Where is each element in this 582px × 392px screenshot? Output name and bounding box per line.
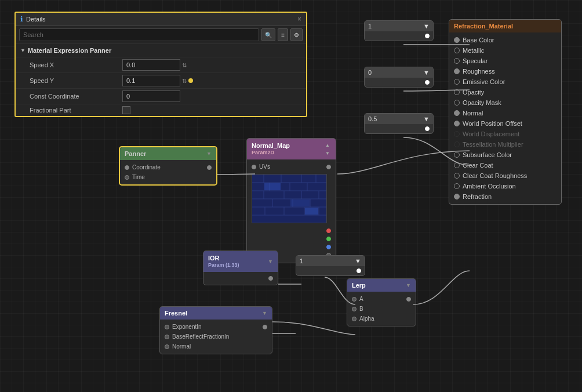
fresnel-body: ExponentIn BaseReflectFractionIn Normal: [160, 320, 272, 354]
coordinate-label: Coordinate: [132, 164, 161, 170]
fractional-checkbox[interactable]: [122, 106, 130, 114]
lerp-a-label: A: [359, 296, 363, 302]
time-label: Time: [132, 174, 145, 180]
lerp-alpha-dot: [352, 317, 357, 321]
fractional-value: [122, 106, 301, 114]
opacity-mask-label: Opacity Mask: [463, 99, 501, 106]
svg-rect-26: [305, 208, 318, 215]
texture-svg: [252, 175, 327, 223]
panner-node: Panner ▼ Coordinate Time: [119, 146, 217, 186]
base-color-pin-dot: [454, 37, 460, 43]
speed-y-input[interactable]: [122, 75, 180, 86]
details-panel: ℹ Details × 🔍 ≡ ⚙ Material Expression Pa…: [14, 12, 307, 117]
fresnel-basereflect-label: BaseReflectFractionIn: [172, 333, 229, 340]
lerp-dropdown-icon[interactable]: ▼: [406, 282, 411, 288]
opacity-label: Opacity: [463, 89, 484, 96]
const1-value-text: 1: [368, 23, 372, 30]
const-coord-value: [122, 90, 301, 102]
const1-small-value: 1: [300, 257, 303, 264]
close-button[interactable]: ×: [297, 15, 301, 23]
fresnel-exponent-pin: ExponentIn: [160, 322, 272, 332]
normal-map-scroll-down[interactable]: ▼: [324, 150, 331, 157]
property-speed-y: Speed Y ⇅: [16, 72, 306, 88]
lerp-b-pin: B: [347, 304, 416, 314]
search-input[interactable]: [19, 28, 259, 41]
material-pin-emissive: Emissive Color: [449, 77, 561, 87]
property-const-coord: Const Coordinate: [16, 88, 306, 104]
settings-button[interactable]: ⚙: [290, 28, 303, 41]
ior-header: IOR Param (1.33) ▼: [203, 251, 278, 272]
normal-map-subtitle: Param2D: [252, 150, 290, 157]
lerp-b-dot: [352, 307, 357, 311]
fresnel-exponent-dot: [165, 325, 169, 329]
panner-dropdown-icon[interactable]: ▼: [206, 151, 212, 157]
details-toolbar: 🔍 ≡ ⚙: [16, 26, 306, 44]
fresnel-node: Fresnel ▼ ExponentIn BaseReflectFraction…: [159, 306, 272, 354]
emissive-pin-dot: [454, 79, 460, 85]
ior-output-pin: [203, 274, 278, 282]
fractional-label: Fractional Part: [30, 107, 122, 114]
fresnel-basereflect-pin: BaseReflectFractionIn: [160, 332, 272, 342]
tess-pin-dot: [454, 141, 460, 147]
speed-x-value: ⇅: [122, 59, 301, 71]
info-icon: ℹ: [20, 15, 23, 23]
lerp-body: A B Alpha: [347, 292, 416, 326]
fresnel-exponent-out: [263, 325, 267, 329]
const-coord-label: Const Coordinate: [30, 93, 122, 100]
search-button[interactable]: 🔍: [261, 28, 275, 41]
metallic-label: Metallic: [463, 47, 484, 54]
normal-pin-dot: [454, 110, 460, 116]
fresnel-header: Fresnel ▼: [160, 307, 272, 320]
coordinate-pin-dot: [125, 165, 129, 170]
const-coord-input[interactable]: [122, 90, 180, 102]
tex-out-b: [322, 243, 336, 251]
speed-x-label: Speed X: [30, 61, 122, 68]
speed-x-input[interactable]: [122, 59, 180, 71]
view-toggle-button[interactable]: ≡: [278, 28, 288, 41]
const1-small-out-dot: [357, 268, 361, 273]
opacity-mask-pin-dot: [454, 100, 460, 106]
normal-map-scroll-up[interactable]: ▲: [324, 141, 331, 148]
ior-out-dot: [268, 276, 273, 281]
lerp-title: Lerp: [352, 282, 366, 289]
lerp-header: Lerp ▼: [347, 279, 416, 292]
panner-time-pin: Time: [120, 172, 216, 182]
const0-dropdown-icon[interactable]: ▼: [423, 69, 430, 76]
property-fractional: Fractional Part: [16, 104, 306, 116]
const0-out-dot: [425, 80, 430, 85]
const05-output: [365, 124, 433, 133]
opacity-pin-dot: [454, 89, 460, 95]
const05-dropdown-icon[interactable]: ▼: [423, 115, 430, 122]
panner-coordinate-pin: Coordinate: [120, 162, 216, 172]
refraction-label: Refraction: [463, 193, 492, 200]
const05-value-text: 0.5: [368, 115, 377, 122]
property-speed-x: Speed X ⇅: [16, 57, 306, 72]
const1-node: 1 ▼: [364, 20, 434, 41]
fresnel-dropdown-icon[interactable]: ▼: [262, 310, 267, 316]
specular-pin-dot: [454, 58, 460, 64]
wd-pin-dot: [454, 131, 460, 137]
ior-subtitle: Param (1.33): [208, 262, 239, 269]
tex-out-r: [322, 227, 336, 235]
material-pin-subsurface: Subsurface Color: [449, 150, 561, 160]
fresnel-normal-dot: [165, 344, 169, 349]
const1-small-dropdown[interactable]: ▼: [355, 257, 361, 264]
const05-node: 0.5 ▼: [364, 113, 434, 134]
tess-label: Tessellation Multiplier: [463, 141, 523, 148]
ior-dropdown-icon[interactable]: ▼: [268, 259, 273, 264]
normal-map-title: Normal_Map: [252, 141, 290, 150]
speed-y-value: ⇅: [122, 75, 301, 86]
section-header: Material Expression Panner: [16, 44, 306, 57]
clear-coat-pin-dot: [454, 162, 460, 168]
material-node: Refraction_Material Base Color Metallic …: [449, 19, 562, 205]
base-color-label: Base Color: [463, 37, 494, 43]
lerp-a-pin: A: [347, 294, 416, 304]
material-pin-ao: Ambient Occlusion: [449, 181, 561, 191]
const1-small-header: 1 ▼: [296, 256, 365, 266]
normal-label: Normal: [463, 110, 483, 117]
panner-title: Panner: [125, 150, 146, 157]
const1-dropdown-icon[interactable]: ▼: [423, 23, 430, 30]
normal-map-header: Normal_Map Param2D ▲ ▼: [247, 139, 336, 159]
fresnel-basereflect-dot: [165, 335, 169, 339]
material-pin-clear-coat: Clear Coat: [449, 160, 561, 170]
